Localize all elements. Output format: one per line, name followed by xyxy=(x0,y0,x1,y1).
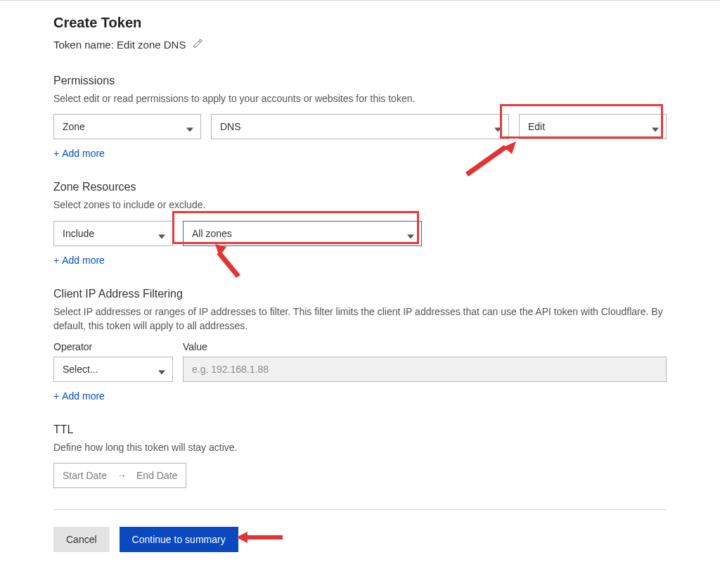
zone-resources-selection-select[interactable]: All zones xyxy=(183,221,422,246)
chevron-down-icon xyxy=(652,124,659,132)
permissions-access-select[interactable]: Edit xyxy=(519,114,667,139)
plus-icon: + xyxy=(53,390,59,402)
svg-marker-4 xyxy=(407,234,414,238)
chevron-down-icon xyxy=(407,231,414,238)
ip-filtering-add-more-link[interactable]: + Add more xyxy=(53,390,105,402)
permissions-scope-select[interactable]: Zone xyxy=(53,114,201,139)
ttl-subtext: Define how long this token will stay act… xyxy=(53,440,667,454)
ttl-date-range[interactable]: Start Date → End Date xyxy=(53,463,186,488)
ttl-end-date: End Date xyxy=(136,470,177,481)
arrow-right-icon: → xyxy=(117,470,127,481)
zone-resources-subtext: Select zones to include or exclude. xyxy=(53,198,667,212)
permissions-heading: Permissions xyxy=(53,75,667,87)
svg-marker-5 xyxy=(158,371,165,375)
ttl-heading: TTL xyxy=(53,423,667,436)
chevron-down-icon xyxy=(494,124,501,132)
plus-icon: + xyxy=(53,255,59,266)
operator-label: Operator xyxy=(53,341,173,352)
svg-marker-3 xyxy=(158,234,165,238)
chevron-down-icon xyxy=(158,231,165,238)
permissions-subtext: Select edit or read permissions to apply… xyxy=(53,91,667,106)
zone-resources-add-more-link[interactable]: + Add more xyxy=(53,255,105,266)
zone-resources-mode-select[interactable]: Include xyxy=(53,221,173,246)
svg-marker-0 xyxy=(186,128,193,132)
token-name-label: Token name: Edit zone DNS xyxy=(53,39,186,51)
permissions-add-more-link[interactable]: + Add more xyxy=(53,148,105,159)
ip-operator-select[interactable]: Select... xyxy=(53,357,173,382)
chevron-down-icon xyxy=(186,124,193,132)
ip-filtering-heading: Client IP Address Filtering xyxy=(53,288,667,300)
divider xyxy=(53,509,667,510)
edit-pencil-icon[interactable] xyxy=(193,38,203,51)
page-title: Create Token xyxy=(53,15,667,31)
ip-value-input[interactable] xyxy=(183,357,667,382)
chevron-down-icon xyxy=(158,367,165,374)
ttl-start-date: Start Date xyxy=(63,470,107,481)
continue-to-summary-button[interactable]: Continue to summary xyxy=(120,527,238,552)
ip-filtering-subtext: Select IP addresses or ranges of IP addr… xyxy=(53,305,667,333)
svg-marker-2 xyxy=(652,128,659,132)
cancel-button[interactable]: Cancel xyxy=(53,527,110,552)
plus-icon: + xyxy=(53,148,59,159)
permissions-resource-select[interactable]: DNS xyxy=(211,114,509,139)
svg-marker-1 xyxy=(494,128,501,132)
value-label: Value xyxy=(183,341,207,352)
zone-resources-heading: Zone Resources xyxy=(53,181,667,193)
